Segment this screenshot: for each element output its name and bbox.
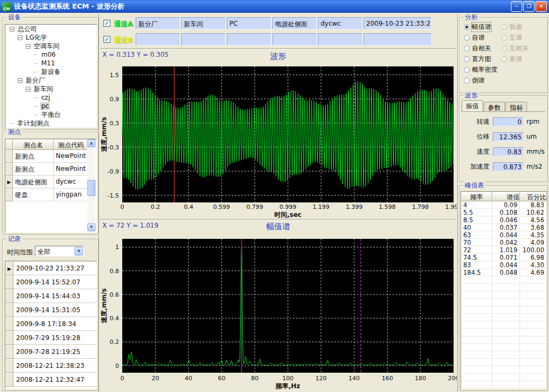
title-bar[interactable]: CM 设备状态监测系统 ECM - 波形分析 ─ ❐ ✕	[0, 0, 549, 13]
tree-node[interactable]: −LG化学	[5, 33, 97, 42]
points-row[interactable]: ▶电源处侧面dycwc	[5, 176, 97, 189]
peaks-cell: 4.30	[520, 261, 547, 269]
x-tick-label: 1.399	[346, 203, 363, 210]
restore-button[interactable]: ❐	[523, 1, 535, 12]
dropdown-arrow-icon[interactable]: ▼	[75, 247, 83, 255]
row-marker-cell: ▶	[5, 176, 13, 189]
peaks-row[interactable]: 400.0373.68	[461, 224, 547, 231]
record-row[interactable]: 2009-7-29 15:19:28	[5, 331, 97, 345]
record-row[interactable]: 2009-9-14 15:31:05	[5, 303, 97, 317]
device-tree[interactable]: −总公司−LG化学−空调车间m06M11新设备−新分厂−新车间czjpc平衡台非…	[5, 24, 97, 128]
channel-checkbox[interactable]: ✓	[103, 36, 110, 43]
record-row[interactable]: 2009-9-14 15:44:03	[5, 289, 97, 303]
record-row[interactable]: 2009-7-28 21:19:25	[5, 345, 97, 359]
tree-node[interactable]: M11	[5, 59, 97, 67]
field-value[interactable]: 0.83	[493, 147, 524, 156]
tree-collapse-icon[interactable]: −	[18, 35, 23, 40]
points-row[interactable]: 新测点NewPoint	[5, 150, 97, 163]
x-tick-label: 140	[348, 375, 360, 382]
analysis-option[interactable]: 幅值谱	[464, 23, 491, 31]
peaks-cell: 70	[461, 239, 492, 246]
tree-node[interactable]: 非计划测点	[5, 119, 97, 127]
record-row[interactable]: 2008-12-21 12:38:23	[5, 359, 97, 373]
x-tick-label: 1.998	[445, 203, 457, 210]
tree-node[interactable]: m06	[5, 50, 97, 59]
scroll-up-icon[interactable]: ▲	[87, 139, 95, 147]
field-value[interactable]: 12.365	[493, 132, 524, 141]
channel-field[interactable]	[363, 33, 432, 46]
record-row[interactable]: 2009-9-14 15:52:07	[5, 275, 97, 289]
peaks-row[interactable]: 184.50.0484.69	[461, 269, 547, 276]
tree-node[interactable]: pc	[5, 102, 97, 110]
field-unit: mm/s	[526, 148, 545, 155]
peaks-cell: 0.044	[492, 231, 520, 239]
peaks-empty-cell	[520, 366, 547, 374]
analysis-option[interactable]: 直方图	[464, 55, 491, 63]
tree-node[interactable]: −新车间	[5, 85, 97, 93]
channel-field[interactable]: 2009-10-23 21:33:27	[363, 17, 432, 29]
points-scrollbar[interactable]: ▲ ▼	[87, 139, 95, 231]
tree-node[interactable]: −新分厂	[5, 76, 97, 85]
peaks-row[interactable]: 40.098.83	[461, 201, 547, 209]
scroll-down-icon[interactable]: ▼	[87, 223, 95, 231]
tab[interactable]: 振值	[462, 100, 483, 111]
tree-node[interactable]: czj	[5, 93, 97, 102]
waveform-chart: 1.50.90.3-0.3-0.9-1.500.20.40.5990.7990.…	[100, 65, 457, 221]
tree-collapse-icon[interactable]: −	[10, 27, 14, 32]
peaks-row[interactable]: 74.50.0716.98	[461, 254, 547, 261]
record-row[interactable]: 2008-12-21 12:32:47	[5, 373, 97, 387]
points-row[interactable]: 硬盘yingpan	[5, 189, 97, 201]
channel-field[interactable]	[227, 33, 271, 46]
analysis-option[interactable]: 自相关	[464, 44, 491, 52]
channel-field[interactable]	[272, 33, 317, 46]
record-row[interactable]: ▶2009-10-23 21:33:27	[5, 261, 97, 275]
tree-collapse-icon[interactable]: −	[26, 87, 31, 92]
time-range-select[interactable]: 全部 ▼	[35, 246, 84, 257]
tree-node[interactable]: −空调车间	[5, 42, 97, 50]
points-group: 测点 测点名测点代码新测点NewPoint新测点NewPoint▶电源处侧面dy…	[2, 132, 99, 235]
analysis-option[interactable]: 概率密度	[464, 66, 498, 73]
channel-field[interactable]	[318, 33, 362, 46]
points-row[interactable]: 新测点NewPoint	[5, 163, 97, 176]
peaks-row[interactable]: 630.0444.35	[461, 231, 547, 239]
y-tick-label: 0.8	[110, 268, 120, 275]
peaks-empty-cell	[492, 306, 520, 314]
waveform-field-row: 速度0.83mm/s	[464, 144, 544, 159]
tab[interactable]: 参数	[484, 102, 505, 111]
channel-checkbox[interactable]: ✓	[103, 20, 110, 27]
channel-label: 通道B	[114, 35, 133, 45]
channel-field[interactable]: 新分厂	[136, 17, 180, 29]
tree-collapse-icon[interactable]: −	[26, 44, 31, 49]
channel-field[interactable]	[181, 33, 226, 46]
close-button[interactable]: ✕	[536, 1, 547, 12]
channel-field[interactable]: 新车间	[181, 17, 226, 29]
scrollbar-thumb[interactable]	[87, 180, 95, 196]
tab[interactable]: 指标	[506, 102, 527, 111]
channel-field[interactable]: dycwc	[318, 17, 362, 29]
peaks-empty-cell	[461, 336, 492, 344]
field-value[interactable]: 0.873	[493, 162, 524, 171]
tree-connector	[34, 55, 38, 55]
analysis-option[interactable]: 倒谱	[464, 77, 485, 84]
channel-field[interactable]	[136, 33, 180, 46]
tree-collapse-icon[interactable]: −	[18, 78, 23, 83]
field-value[interactable]: 0	[493, 117, 524, 126]
channel-field[interactable]: 电源处侧面	[272, 17, 317, 29]
analysis-option[interactable]: 自谱	[464, 34, 485, 41]
peaks-row[interactable]: 700.0424.09	[461, 239, 547, 246]
tree-node[interactable]: 平衡台	[5, 110, 97, 119]
radio-icon	[464, 24, 470, 30]
tree-node[interactable]: 新设备	[5, 67, 97, 76]
analysis-option-label: 自相关	[472, 44, 491, 53]
peaks-row[interactable]: 5.50.10810.62	[461, 209, 547, 216]
peaks-row[interactable]: 830.0444.30	[461, 261, 547, 269]
peaks-empty-cell	[461, 351, 492, 359]
minimize-button[interactable]: ─	[511, 1, 522, 12]
peaks-row[interactable]: 721.019100.00	[461, 246, 547, 254]
record-marker-cell	[5, 303, 13, 317]
tree-node[interactable]: −总公司	[5, 25, 97, 33]
channel-field[interactable]: PC	[227, 17, 271, 29]
peaks-cell: 1.019	[492, 246, 520, 254]
peaks-row[interactable]: 8.50.0464.56	[461, 216, 547, 224]
record-row[interactable]: 2009-9-8 17:18:34	[5, 317, 97, 331]
